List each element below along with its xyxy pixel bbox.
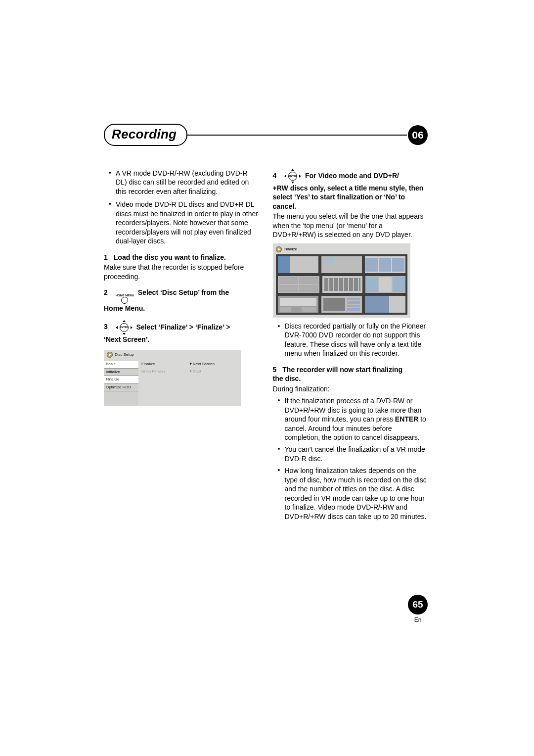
enter-nav-icon: ENTER [284, 169, 301, 184]
step-2: 2 HOME MENU Select ‘Disc Setup’ from the… [104, 288, 259, 313]
style-thumbnail [321, 296, 362, 313]
style-thumbnail [365, 276, 405, 293]
menu-item: Undo Finalize [138, 368, 188, 376]
chapter-title-box: Recording [104, 124, 187, 146]
step-number: 1 [104, 253, 108, 261]
step-heading-cont: Home Menu. [104, 304, 259, 313]
style-thumbnail [322, 276, 362, 293]
intro-notes: A VR mode DVD-R/-RW (excluding DVD-R DL)… [104, 169, 259, 246]
menu-item: Start [188, 368, 241, 376]
header-rule [186, 135, 405, 136]
during-finalization-list: If the finalization process of a DVD-RW … [273, 396, 428, 521]
menu-item: Basic [104, 361, 138, 369]
content-columns: A VR mode DVD-R/-RW (excluding DVD-R DL)… [104, 169, 428, 524]
list-item: How long finalization takes depends on t… [285, 466, 428, 521]
style-thumbnail [365, 256, 405, 273]
menu-item: Optimize HDD [104, 384, 138, 392]
page-language: En [408, 616, 428, 623]
home-menu-button-icon: HOME MENU [116, 294, 134, 304]
play-triangle-icon [190, 362, 192, 365]
list-item: You can’t cancel the finalization of a V… [285, 445, 428, 463]
step-heading-cont: +RW discs only, select a title menu styl… [273, 184, 428, 211]
disc-icon [276, 246, 282, 252]
step-1: 1Load the disc you want to finalize. Mak… [104, 253, 259, 281]
step-body: The menu you select will be the one that… [273, 212, 428, 239]
title-menu-style-screenshot: Finalize [273, 243, 410, 318]
step-number: 2 [104, 288, 108, 296]
right-column: 4 ENTER For Video mode and DVD+R/ +RW di… [273, 169, 428, 524]
disc-icon [107, 352, 113, 358]
disc-setup-screenshot: Disc Setup Basic Initialize Finalize Opt… [104, 350, 241, 406]
page-number-badge: 65 [408, 595, 428, 614]
compatibility-note: Discs recorded partially or fully on the… [273, 322, 428, 358]
chapter-header: Recording 06 [104, 124, 428, 146]
icon-label: ENTER [120, 323, 129, 332]
style-grid [276, 254, 407, 315]
style-thumbnail [365, 296, 405, 313]
screenshot-right-menu: Next Screen Start [188, 360, 241, 406]
style-thumbnail [278, 276, 320, 293]
menu-item: Initialize [104, 369, 138, 377]
step-body: Make sure that the recorder is stopped b… [104, 263, 259, 281]
step-heading: Load the disc you want to finalize. [114, 253, 226, 261]
note-text: Discs recorded partially or fully on the… [285, 322, 428, 358]
step-4: 4 ENTER For Video mode and DVD+R/ +RW di… [273, 169, 428, 239]
step-number: 4 [273, 172, 277, 180]
style-thumbnail [278, 256, 318, 273]
style-thumbnail [278, 296, 318, 313]
chapter-title: Recording [112, 127, 177, 142]
left-column: A VR mode DVD-R/-RW (excluding DVD-R DL)… [104, 169, 259, 524]
enter-nav-icon: ENTER [116, 320, 133, 335]
step-heading: Select ‘Disc Setup’ from the [138, 288, 229, 296]
menu-item: Next Screen [188, 361, 241, 368]
step-heading-cont: the disc. [273, 374, 428, 383]
intro-note: A VR mode DVD-R/-RW (excluding DVD-R DL)… [116, 169, 259, 196]
step-heading: The recorder will now start finalizing [282, 366, 402, 374]
step-body: During finalization: [273, 384, 428, 393]
screenshot-title: Finalize [284, 247, 298, 252]
step-heading: For Video mode and DVD+R/ [305, 172, 399, 180]
menu-item: Finalize [138, 361, 188, 368]
icon-label: ENTER [288, 172, 297, 181]
step-3: 3 ENTER Select ‘Finalize’ > ‘Finalize’ >… [104, 320, 259, 344]
chapter-number-badge: 06 [408, 125, 428, 145]
manual-page: Recording 06 A VR mode DVD-R/-RW (exclud… [0, 0, 534, 524]
chapter-number: 06 [412, 129, 423, 141]
page-footer: 65 En [408, 595, 428, 623]
list-item: If the finalization process of a DVD-RW … [285, 396, 428, 442]
step-number: 5 [273, 366, 277, 374]
screenshot-title: Disc Setup [115, 352, 134, 358]
page-number: 65 [412, 599, 423, 610]
intro-note: Video mode DVD-R DL discs and DVD+R DL d… [116, 200, 259, 245]
menu-item: Finalize [104, 376, 138, 384]
screenshot-left-menu: Basic Initialize Finalize Optimize HDD [104, 360, 138, 406]
screenshot-mid-menu: Finalize Undo Finalize [138, 360, 188, 406]
step-5: 5The recorder will now start finalizing … [273, 365, 428, 393]
step-heading: Select ‘Finalize’ > ‘Finalize’ > [136, 323, 230, 331]
step-heading-cont: ‘Next Screen’. [104, 335, 259, 344]
step-number: 3 [104, 323, 108, 331]
play-triangle-icon [190, 370, 192, 373]
style-thumbnail [321, 256, 362, 273]
icon-label: HOME MENU [116, 294, 134, 297]
